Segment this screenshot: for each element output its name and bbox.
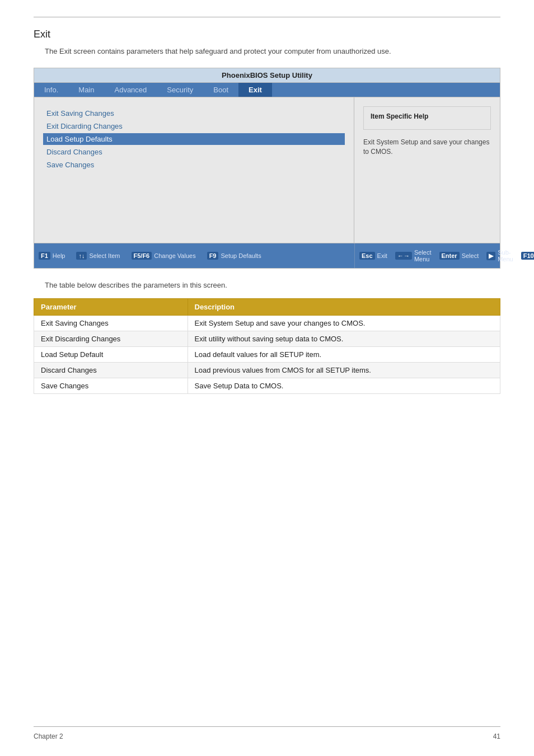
page-footer: Chapter 2 41 — [34, 726, 500, 740]
key-group-sub: ▶ Sub-Menu — [486, 246, 513, 266]
table-cell-desc: Load previous values from CMOS for all S… — [188, 363, 500, 378]
col-header-parameter: Parameter — [34, 299, 188, 316]
key-esc-label: Exit — [377, 252, 387, 259]
table-row: Exit Saving ChangesExit System Setup and… — [34, 316, 500, 331]
help-title: Item Specific Help — [371, 112, 484, 120]
key-arrows-label: Select Item — [89, 252, 120, 259]
bios-left-panel: Exit Saving Changes Exit Dicarding Chang… — [34, 97, 354, 243]
desc-text: The table below describes the parameters… — [45, 281, 500, 289]
key-f1: F1 — [39, 252, 50, 260]
menu-exit-discarding[interactable]: Exit Dicarding Changes — [43, 120, 345, 132]
key-group-f9: F9 Setup Defaults — [207, 246, 261, 266]
nav-security[interactable]: Security — [157, 83, 203, 97]
table-cell-param: Exit Saving Changes — [34, 316, 188, 331]
top-divider — [34, 17, 500, 17]
help-text: Exit System Setup and save your changes … — [363, 138, 491, 157]
key-group-arrows: ↑↓ Select Item — [76, 246, 120, 266]
table-row: Exit Discarding ChangesExit utility with… — [34, 331, 500, 347]
bios-utility-box: PhoenixBIOS Setup Utility Info. Main Adv… — [34, 68, 500, 269]
key-group-f1: F1 Help — [39, 246, 65, 266]
menu-discard-changes[interactable]: Discard Changes — [43, 146, 345, 158]
bios-right-panel: Item Specific Help Exit System Setup and… — [354, 97, 500, 243]
table-cell-desc: Exit System Setup and save your changes … — [188, 316, 500, 331]
key-group-enter: Enter Select — [439, 246, 479, 266]
nav-advanced[interactable]: Advanced — [104, 83, 157, 97]
table-cell-param: Load Setup Default — [34, 347, 188, 363]
page-wrapper: Exit The Exit screen contains parameters… — [0, 0, 534, 756]
key-group-f5f6: F5/F6 Change Values — [132, 246, 196, 266]
key-f10: F10 — [521, 252, 534, 260]
menu-load-defaults[interactable]: Load Setup Defaults — [43, 133, 345, 145]
table-cell-param: Exit Discarding Changes — [34, 331, 188, 347]
bios-title-bar: PhoenixBIOS Setup Utility — [34, 68, 500, 83]
key-group-esc: Esc Exit — [359, 246, 387, 266]
menu-exit-saving[interactable]: Exit Saving Changes — [43, 107, 345, 119]
table-cell-desc: Exit utility without saving setup data t… — [188, 331, 500, 347]
key-f5f6-label: Change Values — [154, 252, 195, 259]
bios-bottom-left: F1 Help ↑↓ Select Item F5/F6 Change Valu… — [34, 243, 354, 268]
key-group-lr: ←→ Select Menu — [395, 246, 432, 266]
key-sub: ▶ — [486, 252, 495, 260]
key-arrows: ↑↓ — [76, 252, 87, 260]
table-cell-desc: Save Setup Data to CMOS. — [188, 378, 500, 394]
key-esc: Esc — [359, 252, 375, 260]
nav-exit[interactable]: Exit — [238, 83, 272, 97]
key-enter-label: Select — [462, 252, 479, 259]
bios-bottom-right: Esc Exit ←→ Select Menu Enter Select ▶ S… — [354, 243, 500, 268]
bios-nav: Info. Main Advanced Security Boot Exit — [34, 83, 500, 97]
table-row: Load Setup DefaultLoad default values fo… — [34, 347, 500, 363]
table-row: Discard ChangesLoad previous values from… — [34, 363, 500, 378]
intro-text: The Exit screen contains parameters that… — [45, 47, 500, 55]
col-header-description: Description — [188, 299, 500, 316]
table-cell-param: Discard Changes — [34, 363, 188, 378]
key-group-f10: F10 Save and Exit — [521, 246, 534, 266]
key-lr-label: Select Menu — [414, 249, 432, 262]
nav-main[interactable]: Main — [68, 83, 104, 97]
table-cell-param: Save Changes — [34, 378, 188, 394]
menu-save-changes[interactable]: Save Changes — [43, 159, 345, 171]
key-f9-label: Setup Defaults — [221, 252, 261, 259]
param-table: Parameter Description Exit Saving Change… — [34, 298, 500, 394]
key-f5f6: F5/F6 — [132, 252, 152, 260]
page-title: Exit — [34, 29, 500, 40]
table-row: Save ChangesSave Setup Data to CMOS. — [34, 378, 500, 394]
footer-left: Chapter 2 — [34, 732, 63, 740]
bios-content: Exit Saving Changes Exit Dicarding Chang… — [34, 97, 500, 243]
nav-boot[interactable]: Boot — [203, 83, 238, 97]
table-cell-desc: Load default values for all SETUP item. — [188, 347, 500, 363]
key-f9: F9 — [207, 252, 219, 260]
footer-right: 41 — [493, 732, 500, 740]
key-lr: ←→ — [395, 252, 412, 260]
key-enter: Enter — [439, 252, 460, 260]
help-box: Item Specific Help — [363, 106, 491, 130]
key-f1-label: Help — [53, 252, 65, 259]
bios-bottom-bar: F1 Help ↑↓ Select Item F5/F6 Change Valu… — [34, 243, 500, 268]
key-sub-label: Sub-Menu — [498, 249, 513, 262]
nav-info[interactable]: Info. — [34, 83, 68, 97]
